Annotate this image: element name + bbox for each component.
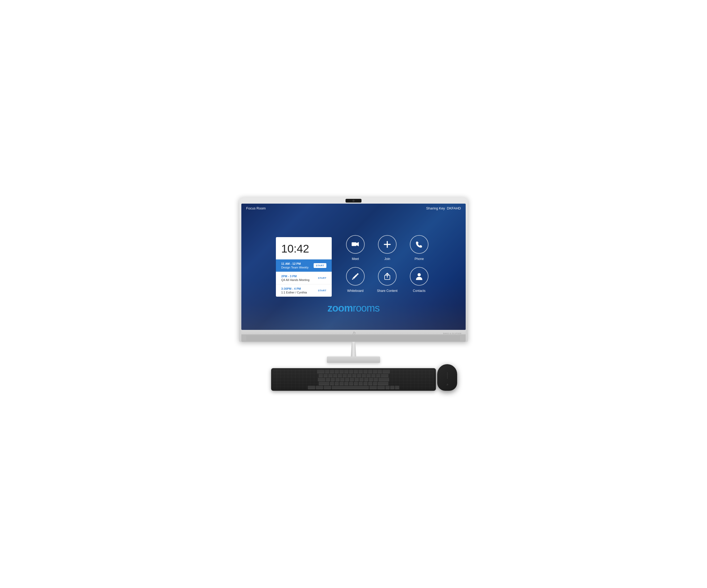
action-whiteboard[interactable]: Whiteboard bbox=[341, 265, 370, 294]
meeting-item-3[interactable]: 3:30PM - 4 PM 1:1 Esther / Cynthia START bbox=[276, 284, 332, 297]
key-f8 bbox=[359, 370, 363, 373]
screen: Focus Room Sharing Key DKFAHD 10:42 11 A… bbox=[241, 204, 466, 330]
contacts-circle bbox=[410, 267, 429, 286]
contacts-label: Contacts bbox=[413, 289, 425, 292]
phone-icon bbox=[416, 241, 423, 248]
stand-neck bbox=[351, 342, 356, 356]
share-content-label: Share Content bbox=[377, 289, 397, 292]
svg-rect-0 bbox=[351, 242, 357, 246]
scene: Focus Room Sharing Key DKFAHD 10:42 11 A… bbox=[234, 197, 473, 391]
keyboard bbox=[271, 368, 436, 391]
spacebar[interactable] bbox=[332, 386, 369, 389]
action-meet[interactable]: Meet bbox=[341, 233, 370, 262]
monitor-stand bbox=[239, 342, 468, 363]
meet-circle bbox=[346, 235, 365, 254]
clock-display: 10:42 bbox=[276, 237, 332, 259]
key-f12 bbox=[378, 370, 382, 373]
key-del bbox=[382, 370, 390, 373]
action-contacts[interactable]: Contacts bbox=[405, 265, 434, 294]
key-row-3 bbox=[274, 378, 433, 381]
key-f1 bbox=[325, 370, 329, 373]
monitor-outer: Focus Room Sharing Key DKFAHD 10:42 11 A… bbox=[239, 197, 468, 342]
key-row-1 bbox=[274, 370, 433, 373]
speaker-grill bbox=[241, 334, 466, 342]
svg-marker-1 bbox=[357, 242, 359, 246]
join-circle bbox=[378, 235, 397, 254]
key-f4 bbox=[339, 370, 344, 373]
key-f5 bbox=[344, 370, 348, 373]
room-name: Focus Room bbox=[246, 206, 266, 210]
plus-icon bbox=[384, 241, 391, 248]
action-phone[interactable]: Phone bbox=[405, 233, 434, 262]
top-bar: Focus Room Sharing Key DKFAHD bbox=[241, 204, 466, 213]
audio-brand-label: BANG & OLUFSEN bbox=[443, 332, 462, 334]
key-f7 bbox=[354, 370, 358, 373]
zoom-logo-thin: rooms bbox=[353, 302, 379, 314]
person-icon bbox=[416, 272, 423, 280]
mouse[interactable]: ℎ bbox=[437, 364, 457, 391]
start-button-2[interactable]: START bbox=[318, 276, 326, 281]
actions-panel: Meet Join bbox=[341, 233, 434, 294]
phone-label: Phone bbox=[415, 257, 424, 261]
start-button-1[interactable]: START bbox=[314, 263, 326, 268]
pencil-icon bbox=[352, 273, 359, 280]
calendar-panel: 10:42 11 AM - 12 PM Design Team Weekly S… bbox=[276, 237, 332, 297]
key-f6 bbox=[349, 370, 353, 373]
key-f9 bbox=[363, 370, 368, 373]
bottom-section: ℎ bbox=[234, 363, 473, 391]
key-f11 bbox=[373, 370, 377, 373]
keyboard-rows bbox=[274, 370, 433, 389]
share-content-circle bbox=[378, 267, 397, 286]
whiteboard-circle bbox=[346, 267, 365, 286]
key-f2 bbox=[330, 370, 334, 373]
key-row-2 bbox=[274, 374, 433, 377]
action-share-content[interactable]: Share Content bbox=[373, 265, 402, 294]
whiteboard-label: Whiteboard bbox=[347, 289, 363, 292]
key-row-5 bbox=[274, 386, 433, 389]
meeting-item-2[interactable]: 2PM - 3 PM Q4 All Hands Meeting START bbox=[276, 272, 332, 284]
mouse-brand: ℎ bbox=[446, 383, 448, 386]
phone-circle bbox=[410, 235, 429, 254]
monitor-bottom-bar: ℎ BANG & OLUFSEN bbox=[241, 330, 466, 342]
join-label: Join bbox=[384, 257, 390, 261]
zoom-rooms-logo: zoom rooms bbox=[328, 302, 379, 314]
start-button-3[interactable]: START bbox=[318, 288, 326, 293]
key-esc bbox=[317, 370, 325, 373]
key-row-4 bbox=[274, 382, 433, 385]
action-join[interactable]: Join bbox=[373, 233, 402, 262]
meet-label: Meet bbox=[352, 257, 359, 261]
key-f3 bbox=[335, 370, 339, 373]
monitor: Focus Room Sharing Key DKFAHD 10:42 11 A… bbox=[239, 197, 468, 363]
meeting-item-1[interactable]: 11 AM - 12 PM Design Team Weekly START bbox=[276, 259, 332, 272]
stand-base bbox=[327, 356, 380, 363]
share-icon bbox=[384, 272, 391, 280]
svg-rect-3 bbox=[384, 244, 391, 245]
webcam bbox=[345, 199, 362, 202]
svg-point-6 bbox=[417, 273, 421, 276]
key-f10 bbox=[368, 370, 372, 373]
video-camera-icon bbox=[351, 242, 359, 247]
zoom-logo-bold: zoom bbox=[328, 302, 353, 314]
sharing-key: Sharing Key DKFAHD bbox=[426, 206, 461, 210]
